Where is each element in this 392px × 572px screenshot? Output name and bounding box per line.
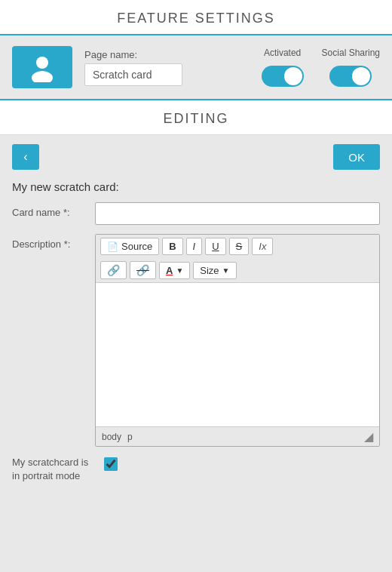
underline-button[interactable]: U (205, 238, 225, 255)
unlink-icon: 🔗 (136, 264, 149, 276)
back-chevron-icon: ‹ (23, 150, 27, 164)
rte-footer: body p ◢ (96, 426, 379, 446)
rte-body[interactable] (96, 283, 379, 426)
clear-format-label: Ix (259, 241, 266, 252)
rte-toolbar-row-2: 🔗 🔗 A ▼ Size ▼ (100, 261, 375, 279)
social-sharing-toggle-knob (352, 67, 370, 85)
activated-toggle-knob (284, 67, 302, 85)
size-arrow: ▼ (222, 266, 230, 275)
link-icon: 🔗 (107, 264, 120, 276)
toggles-row: Activated Social Sharing (262, 48, 380, 87)
form-title: My new scratch card: (12, 180, 380, 193)
rte-resize-handle[interactable]: ◢ (364, 429, 373, 444)
size-dropdown[interactable]: Size ▼ (193, 262, 236, 279)
italic-label: I (193, 241, 196, 252)
link-button[interactable]: 🔗 (100, 261, 127, 279)
card-name-input[interactable] (95, 202, 380, 225)
description-label: Description *: (12, 234, 95, 250)
portrait-mode-row: My scratchcard is in portrait mode (12, 456, 380, 483)
bold-label: B (169, 241, 176, 252)
editing-title: EDITING (163, 111, 228, 126)
card-name-label: Card name *: (12, 202, 95, 218)
clear-format-button[interactable]: Ix (252, 238, 273, 255)
nav-row: ‹ OK (12, 144, 380, 170)
social-sharing-toggle-group: Social Sharing (322, 48, 380, 87)
social-sharing-label: Social Sharing (322, 48, 380, 60)
rte-footer-text: body p (102, 432, 133, 442)
editing-header: EDITING (0, 99, 392, 135)
svg-point-1 (32, 71, 53, 82)
editing-section: ‹ OK My new scratch card: Card name *: D… (0, 135, 392, 495)
rte-toolbar: 📄 Source B I U S (96, 235, 379, 283)
font-color-arrow: ▼ (176, 266, 183, 275)
rte-body-tag: body (102, 432, 121, 442)
ok-label: OK (348, 151, 365, 164)
page-name-label: Page name: (84, 49, 182, 60)
page-icon (12, 46, 72, 88)
feature-settings-header: FEATURE SETTINGS (0, 0, 392, 35)
activated-toggle[interactable] (262, 66, 304, 87)
source-button[interactable]: 📄 Source (100, 238, 159, 255)
rte-p-tag: p (127, 432, 133, 442)
social-sharing-toggle[interactable] (329, 66, 372, 87)
italic-button[interactable]: I (186, 238, 203, 255)
page-name-group: Page name: (84, 49, 182, 86)
underline-label: U (212, 241, 219, 252)
bold-button[interactable]: B (162, 238, 182, 255)
page-info-bar: Page name: Activated Social Sharing (0, 35, 392, 99)
rte-toolbar-row-1: 📄 Source B I U S (100, 238, 375, 255)
back-button[interactable]: ‹ (12, 144, 39, 170)
description-row: Description *: 📄 Source B I (12, 234, 380, 447)
font-color-label: A (166, 265, 173, 276)
rich-text-editor: 📄 Source B I U S (95, 234, 380, 447)
user-icon (27, 52, 57, 82)
svg-point-0 (36, 57, 48, 69)
strikethrough-label: S (236, 241, 243, 252)
feature-settings-title: FEATURE SETTINGS (117, 11, 275, 26)
page-name-input[interactable] (84, 63, 182, 86)
source-label: Source (121, 241, 152, 252)
size-label: Size (200, 265, 219, 276)
activated-label: Activated (264, 48, 301, 60)
ok-button[interactable]: OK (333, 144, 380, 170)
font-color-dropdown[interactable]: A ▼ (159, 262, 190, 279)
strikethrough-button[interactable]: S (229, 238, 250, 255)
activated-toggle-group: Activated (262, 48, 304, 87)
portrait-checkbox[interactable] (104, 457, 118, 471)
portrait-label: My scratchcard is in portrait mode (12, 456, 95, 483)
document-icon: 📄 (107, 241, 118, 252)
unlink-button[interactable]: 🔗 (130, 261, 156, 279)
card-name-row: Card name *: (12, 202, 380, 225)
